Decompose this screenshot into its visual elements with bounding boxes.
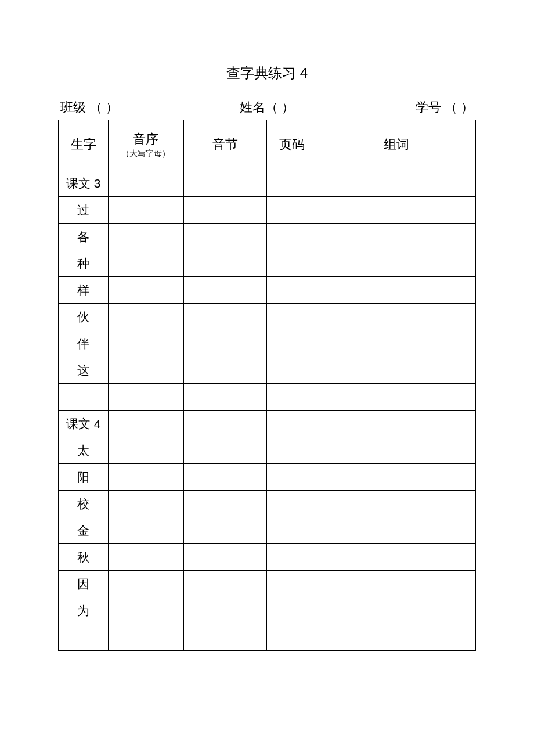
cell-blank [109,491,183,517]
cell-blank [317,330,396,357]
table-header-row: 生字 音序 （大写字母） 音节 页码 组词 [59,120,476,170]
cell-blank [317,357,396,384]
cell-char: 课文 3 [59,170,109,197]
cell-blank [183,330,267,357]
table-row: 金 [59,517,476,544]
practice-table: 生字 音序 （大写字母） 音节 页码 组词 课文 3过各种样伙伴这课文 4太阳校… [58,120,476,651]
cell-blank [183,517,267,544]
cell-blank [317,411,396,437]
table-row: 样 [59,277,476,304]
cell-blank [109,571,183,597]
cell-blank [267,330,317,357]
cell-blank [109,544,183,571]
cell-char: 过 [59,197,109,224]
cell-blank [183,491,267,517]
cell-char: 阳 [59,464,109,491]
table-row: 为 [59,597,476,624]
cell-blank [396,571,476,597]
cell-blank [396,491,476,517]
cell-blank [183,277,267,304]
cell-blank [267,571,317,597]
cell-blank [109,411,183,437]
cell-blank [267,384,317,411]
cell-blank [317,437,396,464]
cell-char: 各 [59,224,109,250]
cell-blank [267,357,317,384]
cell-blank [267,544,317,571]
table-row: 各 [59,224,476,250]
cell-blank [183,250,267,277]
name-field: 姓名（ ） [240,99,294,116]
cell-blank [267,464,317,491]
class-field: 班级 （ ） [60,99,118,116]
cell-blank [183,304,267,330]
cell-blank [396,330,476,357]
cell-char: 课文 4 [59,411,109,437]
cell-blank [317,517,396,544]
cell-blank [267,304,317,330]
cell-blank [396,411,476,437]
header-words: 组词 [317,120,475,170]
cell-blank [396,250,476,277]
cell-char [59,384,109,411]
cell-blank [317,544,396,571]
student-info-row: 班级 （ ） 姓名（ ） 学号 （ ） [58,99,476,116]
cell-blank [183,384,267,411]
cell-blank [109,464,183,491]
cell-char: 秋 [59,544,109,571]
cell-char: 因 [59,571,109,597]
cell-blank [109,170,183,197]
cell-blank [317,304,396,330]
table-row [59,384,476,411]
cell-blank [396,224,476,250]
cell-blank [267,197,317,224]
cell-blank [183,170,267,197]
cell-blank [396,517,476,544]
cell-blank [317,571,396,597]
cell-blank [267,250,317,277]
cell-char: 校 [59,491,109,517]
cell-blank [183,224,267,250]
cell-blank [109,277,183,304]
cell-blank [267,491,317,517]
table-row: 这 [59,357,476,384]
header-page: 页码 [267,120,317,170]
cell-blank [183,357,267,384]
cell-blank [109,330,183,357]
cell-blank [396,384,476,411]
cell-blank [267,411,317,437]
header-sequence-sub: （大写字母） [109,148,183,159]
cell-blank [109,304,183,330]
cell-blank [396,437,476,464]
cell-blank [317,170,396,197]
cell-blank [109,250,183,277]
cell-char: 种 [59,250,109,277]
cell-blank [396,544,476,571]
cell-blank [183,624,267,651]
cell-blank [317,384,396,411]
cell-blank [396,357,476,384]
header-char: 生字 [59,120,109,170]
cell-blank [317,464,396,491]
table-row: 伴 [59,330,476,357]
cell-blank [183,597,267,624]
cell-blank [317,224,396,250]
table-row: 课文 4 [59,411,476,437]
cell-blank [109,197,183,224]
cell-char: 这 [59,357,109,384]
header-syllable: 音节 [183,120,267,170]
table-row: 种 [59,250,476,277]
cell-blank [317,197,396,224]
cell-blank [183,411,267,437]
header-sequence: 音序 （大写字母） [109,120,183,170]
cell-blank [109,224,183,250]
cell-blank [267,277,317,304]
cell-blank [317,491,396,517]
cell-blank [183,464,267,491]
cell-char [59,624,109,651]
cell-blank [317,597,396,624]
cell-blank [109,437,183,464]
table-row [59,624,476,651]
table-row: 校 [59,491,476,517]
cell-blank [267,517,317,544]
